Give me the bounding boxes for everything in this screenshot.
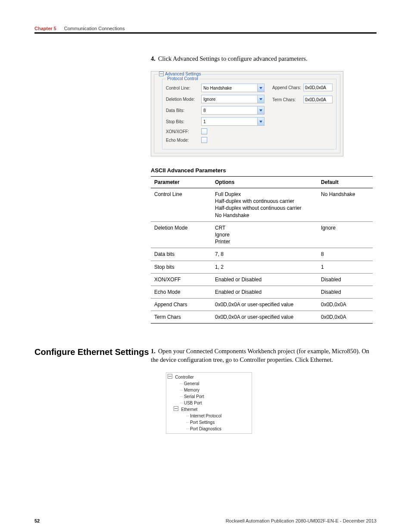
- cell-options: Enabled or Disabled: [212, 286, 318, 298]
- cell-options: 7, 8: [212, 248, 318, 261]
- protocol-control-legend: Protocol Control: [166, 76, 199, 81]
- tree-item[interactable]: ···· Port Settings: [168, 419, 252, 426]
- stop-bits-select[interactable]: 1: [201, 117, 265, 126]
- cell-default: 8: [318, 248, 373, 261]
- step-1-text: Open your Connected Components Workbench…: [151, 348, 369, 363]
- data-bits-label: Data Bits:: [166, 108, 201, 113]
- publication-info: Rockwell Automation Publication 2080-UM0…: [226, 518, 377, 523]
- cell-default: No Handshake: [318, 188, 373, 222]
- cell-parameter: Echo Mode: [151, 286, 212, 298]
- cell-options: Full Duplex Half-duplex with continuous …: [212, 188, 318, 222]
- cell-parameter: Append Chars: [151, 299, 212, 311]
- cell-options: 1, 2: [212, 261, 318, 273]
- append-chars-label: Append Chars:: [272, 85, 303, 90]
- cell-default: 1: [318, 261, 373, 273]
- step-1-num: 1.: [151, 348, 156, 355]
- advanced-settings-legend[interactable]: Advanced Settings: [158, 72, 202, 76]
- tree-item[interactable]: ···· Memory: [168, 387, 252, 393]
- table-title: ASCII Advanced Parameters: [151, 167, 377, 174]
- cell-options: 0x0D,0x0A or user-specified value: [212, 311, 318, 324]
- advanced-settings-panel: Advanced Settings Protocol Control Contr…: [151, 71, 343, 156]
- chapter-label: Chapter 5: [34, 26, 56, 31]
- advanced-settings-legend-text: Advanced Settings: [165, 72, 201, 76]
- table-row: Term Chars0x0D,0x0A or user-specified va…: [151, 311, 373, 324]
- deletion-mode-label: Deletion Mode:: [166, 97, 201, 102]
- table-row: XON/XOFFEnabled or DisabledDisabled: [151, 273, 373, 286]
- table-row: Append Chars0x0D,0x0A or user-specified …: [151, 299, 373, 311]
- header-rule: [34, 32, 377, 34]
- table-row: Control LineFull Duplex Half-duplex with…: [151, 188, 373, 222]
- stop-bits-value: 1: [203, 119, 206, 124]
- stop-bits-label: Stop Bits:: [166, 119, 201, 124]
- collapse-icon[interactable]: [159, 72, 164, 76]
- table-row: Stop bits1, 21: [151, 261, 373, 273]
- th-parameter: Parameter: [151, 177, 212, 188]
- chevron-down-icon: [257, 106, 264, 114]
- page-number: 52: [34, 518, 40, 523]
- xonxoff-checkbox[interactable]: [201, 128, 207, 134]
- echo-mode-checkbox[interactable]: [201, 137, 207, 143]
- cell-parameter: Stop bits: [151, 261, 212, 273]
- term-chars-label: Term Chars:: [272, 97, 303, 102]
- tree-item[interactable]: ···· USB Port: [168, 400, 252, 406]
- chapter-title: Communication Connections: [64, 26, 125, 31]
- control-line-label: Control Line:: [166, 86, 201, 90]
- section-heading: Configure Ethernet Settings: [34, 347, 151, 433]
- cell-default: Disabled: [318, 286, 373, 298]
- collapse-icon[interactable]: [168, 374, 172, 379]
- step-4-text: Click Advanced Settings to configure adv…: [158, 55, 308, 62]
- tree-ethernet-label: Ethernet: [181, 407, 198, 412]
- chevron-down-icon: [257, 118, 264, 125]
- th-default: Default: [318, 177, 373, 188]
- control-line-value: No Handshake: [203, 86, 232, 90]
- chevron-down-icon: [257, 84, 264, 92]
- ascii-params-table: Parameter Options Default Control LineFu…: [151, 176, 373, 324]
- section-step-1: 1.Open your Connected Components Workben…: [151, 347, 377, 364]
- data-bits-value: 8: [203, 108, 206, 113]
- tree-root[interactable]: · Controller: [168, 374, 252, 380]
- cell-options: Enabled or Disabled: [212, 273, 318, 286]
- table-row: Data bits7, 88: [151, 248, 373, 261]
- cell-parameter: Deletion Mode: [151, 221, 212, 248]
- append-chars-input[interactable]: 0x0D,0x0A: [303, 84, 333, 91]
- cell-parameter: XON/XOFF: [151, 273, 212, 286]
- term-chars-input[interactable]: 0x0D,0x0A: [303, 96, 333, 103]
- cell-default: Ignore: [318, 221, 373, 248]
- deletion-mode-value: Ignore: [203, 97, 215, 102]
- step-4: 4.Click Advanced Settings to configure a…: [151, 55, 377, 62]
- chevron-down-icon: [257, 95, 264, 103]
- cell-default: 0x0D,0x0A: [318, 299, 373, 311]
- step-4-num: 4.: [151, 55, 156, 62]
- th-options: Options: [212, 177, 318, 188]
- controller-tree: · Controller ···· General···· Memory····…: [166, 372, 252, 434]
- control-line-select[interactable]: No Handshake: [201, 84, 265, 92]
- tree-item-ethernet[interactable]: · Ethernet: [168, 406, 252, 413]
- xonxoff-label: XON/XOFF:: [166, 129, 201, 134]
- table-row: Echo ModeEnabled or DisabledDisabled: [151, 286, 373, 298]
- cell-parameter: Data bits: [151, 248, 212, 261]
- collapse-icon[interactable]: [174, 406, 178, 411]
- data-bits-select[interactable]: 8: [201, 106, 265, 115]
- echo-mode-label: Echo Mode:: [166, 138, 201, 143]
- cell-default: 0x0D,0x0A: [318, 311, 373, 324]
- cell-parameter: Control Line: [151, 188, 212, 222]
- tree-root-label: Controller: [175, 375, 194, 380]
- table-row: Deletion ModeCRT Ignore PrinterIgnore: [151, 221, 373, 248]
- tree-item[interactable]: ···· Internet Protocol: [168, 413, 252, 419]
- cell-options: 0x0D,0x0A or user-specified value: [212, 299, 318, 311]
- tree-item[interactable]: ···· General: [168, 380, 252, 387]
- cell-options: CRT Ignore Printer: [212, 221, 318, 248]
- cell-parameter: Term Chars: [151, 311, 212, 324]
- cell-default: Disabled: [318, 273, 373, 286]
- tree-item[interactable]: ···· Port Diagnostics: [168, 426, 252, 432]
- deletion-mode-select[interactable]: Ignore: [201, 95, 265, 103]
- tree-item[interactable]: ···· Serial Port: [168, 393, 252, 400]
